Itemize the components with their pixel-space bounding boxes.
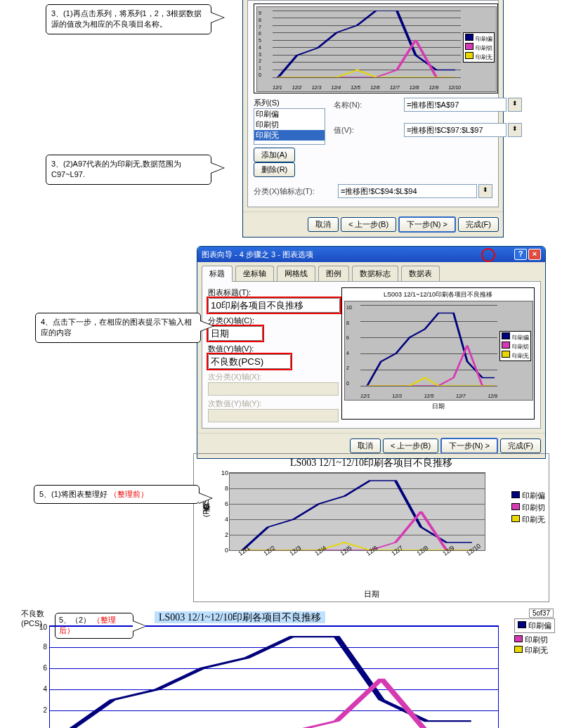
value-label: 值(V): <box>334 125 404 136</box>
callout-text-b: （整理前） <box>110 490 148 498</box>
callout-text: 3、(1)再点击系列，将系列1，2，3根据数据源的值改为相应的不良项目名称。 <box>51 9 202 28</box>
series-listbox[interactable]: 印刷偏 印刷切 印刷无 <box>254 108 325 145</box>
cancel-button-2[interactable]: 取消 <box>350 438 381 453</box>
name-label: 名称(N): <box>334 100 404 110</box>
callout-4: 4、点击下一步，在相应的图表提示下输入相应的内容 <box>35 313 201 343</box>
callout-text: 3、(2)A97代表的为印刷无,数据范围为C97~L97. <box>51 160 181 178</box>
chart-wizard-step3: 图表向导 - 4 步骤之 3 - 图表选项 ? × 标题 坐标轴 网格线 图例 … <box>197 246 546 459</box>
tabs-bar: 标题 坐标轴 网格线 图例 数据标志 数据表 <box>202 265 541 282</box>
xlabel: 日期 <box>194 589 549 599</box>
series-item-1[interactable]: 印刷切 <box>254 119 325 130</box>
callout-3-1: 3、(1)再点击系列，将系列1，2，3根据数据源的值改为相应的不良项目名称。 <box>46 4 211 34</box>
tab-grid[interactable]: 网格线 <box>277 266 315 281</box>
chart-title-input[interactable] <box>208 298 340 313</box>
tab-axis[interactable]: 坐标轴 <box>235 266 274 281</box>
legend-b: 印刷偏 印刷切 印刷无 <box>514 618 555 656</box>
sec-valy-label: 次数值(Y)轴(Y): <box>208 398 334 409</box>
chart-title: LS003 12/1~12/10印刷各项目不良推移 <box>194 457 549 469</box>
next-button-2[interactable]: 下一步(N) > <box>440 438 498 454</box>
valy-axis-input[interactable] <box>208 354 291 369</box>
chart-wizard-step2-fragment: 9876543210 印刷偏 印刷切 印刷无 12/112/21 <box>242 0 504 238</box>
sec-valy-input <box>208 409 339 422</box>
tab-datatable[interactable]: 数据表 <box>401 266 440 281</box>
callout-text-a: 5、（2） <box>59 616 91 624</box>
catx-ref-button[interactable]: ⬍ <box>478 184 492 198</box>
callout-text: 4、点击下一步，在相应的图表提示下输入相应的内容 <box>41 318 192 337</box>
back-button-2[interactable]: < 上一步(B) <box>383 438 438 453</box>
add-series-button[interactable]: 添加(A) <box>254 148 295 162</box>
tab-title[interactable]: 标题 <box>202 266 233 282</box>
result-chart-after: 不良数 (PCS) LS003 12/1~12/10印刷各项目不良推移 5、（2… <box>21 611 555 728</box>
chart-title-b: LS003 12/1~12/10印刷各项目不良推移 <box>155 611 325 623</box>
finish-button-1[interactable]: 完成(F) <box>458 217 499 232</box>
sec-catx-label: 次分类(X)轴(X): <box>208 372 334 382</box>
value-ref-button[interactable]: ⬍ <box>508 123 522 137</box>
plot-area-b: 10 8 6 4 2 <box>49 625 499 728</box>
valy-axis-label: 数值(Y)轴(V): <box>208 344 334 354</box>
series-label: 系列(S) <box>254 98 325 108</box>
plot-area: 1086 420 12/112/212/3 12/412/512/6 12/71… <box>229 472 485 551</box>
close-button[interactable]: × <box>528 249 541 260</box>
legend: 印刷偏 印刷切 印刷无 <box>511 489 545 526</box>
series-preview-chart: 9876543210 印刷偏 印刷切 印刷无 12/112/21 <box>254 4 498 93</box>
back-button-1[interactable]: < 上一步(B) <box>341 217 396 232</box>
callout-3-2: 3、(2)A97代表的为印刷无,数据范围为C97~L97. <box>46 155 211 185</box>
series-item-0[interactable]: 印刷偏 <box>254 109 325 119</box>
remove-series-button[interactable]: 删除(R) <box>254 162 295 177</box>
series-item-2[interactable]: 印刷无 <box>254 130 325 141</box>
callout-text-a: 5、(1)将图表整理好 <box>39 490 107 498</box>
catx-input[interactable] <box>338 184 477 198</box>
ylabel-b: 不良数 <box>21 609 44 618</box>
next-button-1[interactable]: 下一步(N) > <box>398 216 456 233</box>
dialog-title: 图表向导 - 4 步骤之 3 - 图表选项 <box>202 249 313 260</box>
sec-catx-input <box>208 382 339 396</box>
chart-title-label: 图表标题(T): <box>208 287 334 298</box>
finish-button-2[interactable]: 完成(F) <box>500 438 541 453</box>
options-preview-chart: LS003 12/1~12/10印刷各项目不良推移 1086420 印刷偏 印刷… <box>341 287 535 420</box>
callout-5-1: 5、(1)将图表整理好 （整理前） <box>34 485 200 504</box>
catx-label: 分类(X)轴标志(T): <box>254 186 338 197</box>
result-chart-before: LS003 12/1~12/10印刷各项目不良推移 不良数(PCS) 1086 … <box>193 453 549 602</box>
preview-xlabel: 日期 <box>344 402 532 411</box>
preview-chart-title: LS003 12/1~12/10印刷各项目不良推移 <box>344 290 532 299</box>
tab-legend[interactable]: 图例 <box>318 266 349 281</box>
name-ref-button[interactable]: ⬍ <box>508 98 522 112</box>
series-value-input[interactable] <box>404 123 507 137</box>
step-highlight-circle <box>481 248 495 262</box>
cancel-button-1[interactable]: 取消 <box>308 217 339 232</box>
help-button[interactable]: ? <box>514 249 527 260</box>
catx-axis-label: 分类(X)轴(C): <box>208 316 334 326</box>
tab-datalabels[interactable]: 数据标志 <box>352 266 398 281</box>
catx-axis-input[interactable] <box>208 326 263 341</box>
series-name-input[interactable] <box>404 98 507 112</box>
